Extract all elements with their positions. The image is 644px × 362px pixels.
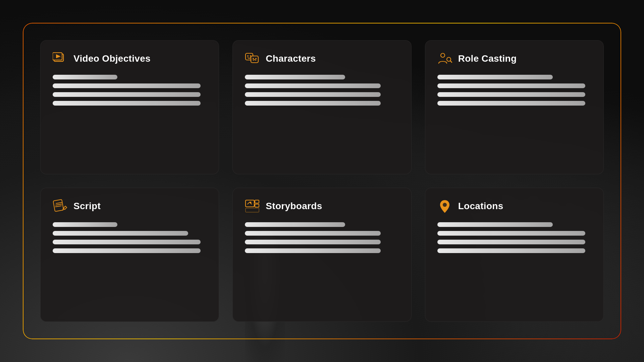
card-title-locations: Locations (458, 201, 503, 212)
line (53, 240, 201, 244)
card-header-locations: Locations (437, 199, 591, 214)
line (437, 101, 585, 106)
card-title-script: Script (73, 201, 101, 212)
line (437, 83, 585, 88)
svg-line-16 (55, 206, 61, 207)
card-video-objectives[interactable]: Video Objectives (40, 40, 219, 174)
card-lines-characters (245, 75, 399, 106)
line (53, 101, 201, 106)
line (437, 240, 585, 244)
svg-rect-22 (246, 208, 259, 212)
line (53, 248, 201, 253)
card-title-video-objectives: Video Objectives (73, 53, 151, 64)
card-header-video-objectives: Video Objectives (53, 51, 207, 66)
line (245, 240, 380, 244)
line (245, 222, 345, 227)
line (437, 248, 585, 253)
line (245, 92, 380, 97)
card-header-role-casting: Role Casting (437, 51, 591, 66)
card-lines-storyboards (245, 222, 399, 253)
line (53, 92, 201, 97)
card-role-casting[interactable]: Role Casting (425, 40, 604, 174)
card-lines-script (53, 222, 207, 253)
svg-rect-13 (53, 199, 63, 212)
svg-point-8 (253, 58, 254, 59)
svg-rect-20 (255, 200, 259, 203)
line (437, 75, 553, 79)
card-header-storyboards: Storyboards (245, 199, 399, 214)
card-script[interactable]: Script (40, 188, 219, 322)
line (53, 231, 188, 236)
svg-line-15 (56, 204, 62, 205)
card-lines-video-objectives (53, 75, 207, 106)
svg-line-14 (56, 202, 62, 203)
card-lines-locations (437, 222, 591, 253)
card-header-script: Script (53, 199, 207, 214)
storyboards-icon (245, 199, 260, 214)
line (245, 101, 380, 106)
svg-line-12 (450, 61, 452, 63)
card-header-characters: Characters (245, 51, 399, 66)
card-title-storyboards: Storyboards (266, 201, 322, 212)
line (245, 83, 380, 88)
line (53, 222, 117, 227)
line (53, 75, 117, 79)
line (437, 231, 585, 236)
card-characters[interactable]: Characters (232, 40, 411, 174)
line (53, 83, 201, 88)
card-title-characters: Characters (266, 53, 316, 64)
locations-icon (437, 199, 452, 214)
svg-point-9 (255, 58, 257, 59)
card-locations[interactable]: Locations (425, 188, 604, 322)
line (437, 222, 553, 227)
svg-rect-18 (246, 200, 254, 207)
svg-point-23 (443, 203, 447, 207)
line (245, 75, 345, 79)
card-storyboards[interactable]: Storyboards (232, 188, 411, 322)
role-casting-icon (437, 51, 452, 66)
svg-point-19 (250, 202, 252, 203)
svg-rect-21 (255, 204, 259, 207)
script-icon (53, 199, 67, 214)
line (437, 92, 585, 97)
line (245, 248, 380, 253)
video-objectives-icon (53, 51, 67, 66)
line (245, 231, 380, 236)
svg-point-5 (247, 55, 249, 57)
characters-icon (245, 51, 260, 66)
svg-point-10 (441, 53, 445, 57)
card-lines-role-casting (437, 75, 591, 106)
card-title-role-casting: Role Casting (458, 53, 517, 64)
card-grid: Video Objectives Characters (27, 27, 617, 335)
